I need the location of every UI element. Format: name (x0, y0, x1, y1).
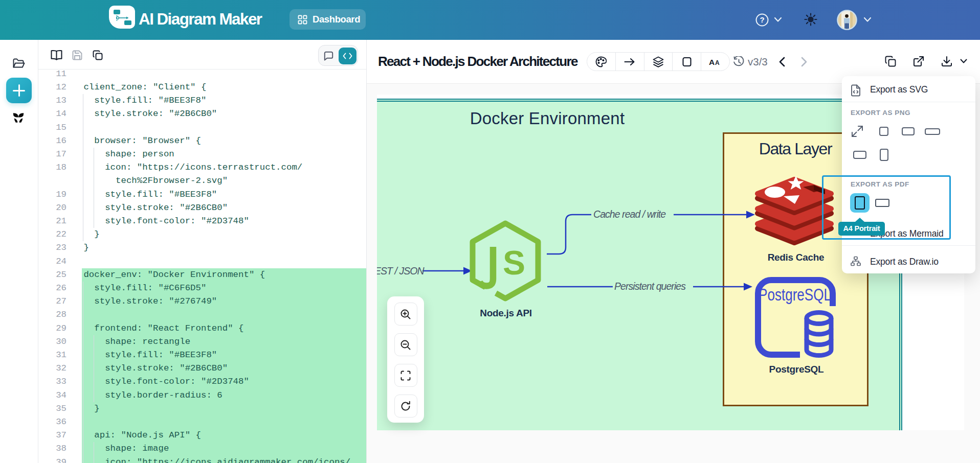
svg-text:?: ? (760, 15, 764, 24)
svg-text:PostgreSQL: PostgreSQL (759, 285, 831, 304)
svg-text:S: S (503, 244, 525, 282)
svg-text:A: A (709, 58, 715, 66)
svg-text:A: A (715, 59, 720, 66)
